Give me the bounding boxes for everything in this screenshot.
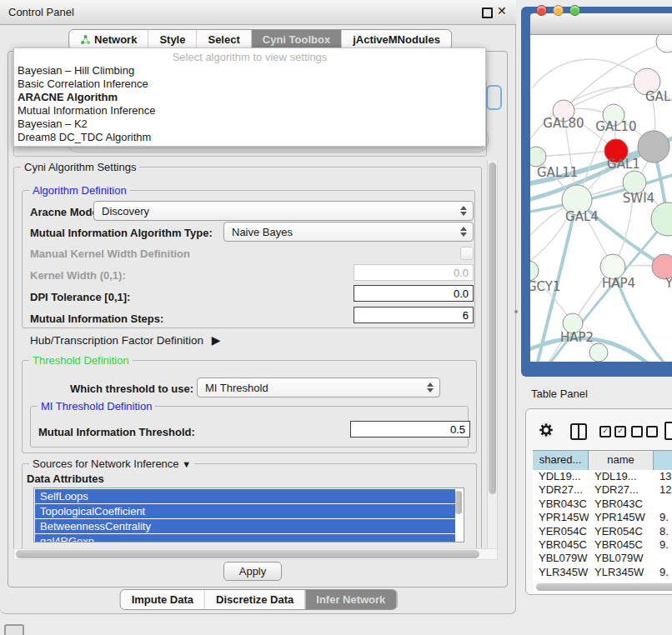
- mi-threshold-definition-title: MI Threshold Definition: [38, 400, 155, 412]
- cell[interactable]: YER054C: [589, 525, 654, 538]
- new-table-icon[interactable]: [664, 422, 672, 440]
- network-node-gal11[interactable]: [530, 147, 546, 167]
- settings-horizontal-scrollbar-thumb[interactable]: [16, 550, 479, 558]
- tab-infer-network[interactable]: Infer Network: [304, 590, 396, 609]
- cell[interactable]: 13: [654, 470, 671, 483]
- dropdown-option[interactable]: Mutual Information Inference: [18, 104, 155, 117]
- settings-vertical-scrollbar-thumb[interactable]: [489, 162, 496, 494]
- which-threshold-combobox[interactable]: MI Threshold: [197, 378, 440, 398]
- cell[interactable]: YDL19...: [589, 470, 654, 483]
- partial-toolbar-button[interactable]: [4, 624, 24, 635]
- data-attributes-list[interactable]: SelfLoops TopologicalCoefficient Between…: [33, 488, 464, 542]
- network-canvas[interactable]: GAL GAL80 GAL10 GAL1 GAL11 SWI4 GAL4 GCY…: [530, 35, 672, 362]
- mi-algorithm-type-combobox[interactable]: Naive Bayes: [223, 222, 474, 242]
- mi-algorithm-type-value: Naive Bayes: [224, 226, 456, 238]
- table-row[interactable]: YDR27...YDR27...12: [533, 483, 672, 497]
- network-icon: [80, 34, 91, 48]
- table-panel-title: Table Panel: [531, 388, 588, 400]
- tab-style[interactable]: Style: [148, 30, 196, 49]
- table-row[interactable]: YBL079WYBL079W: [533, 552, 672, 565]
- cell[interactable]: YER054C: [533, 525, 589, 538]
- tab-select-label: Select: [208, 33, 239, 46]
- tab-network[interactable]: Network: [69, 30, 148, 49]
- minimize-traffic-light[interactable]: [553, 5, 564, 16]
- tab-discretize-data[interactable]: Discretize Data: [204, 590, 304, 609]
- table-horizontal-scrollbar-thumb[interactable]: [536, 583, 672, 591]
- tab-select[interactable]: Select: [196, 30, 250, 49]
- cell[interactable]: [654, 552, 659, 565]
- column-header-name[interactable]: name: [589, 451, 654, 470]
- deselect-all-columns-icon[interactable]: [631, 426, 661, 438]
- tab-jactivemnodules[interactable]: jActiveMNodules: [341, 30, 451, 49]
- tab-cyni-toolbox[interactable]: Cyni Toolbox: [251, 30, 341, 49]
- mi-threshold-field[interactable]: [350, 421, 470, 438]
- dropdown-option[interactable]: Bayesian – K2: [18, 118, 88, 130]
- collapse-down-arrow-icon[interactable]: ▼: [182, 459, 191, 469]
- table-header: shared... name: [533, 450, 672, 471]
- apply-button[interactable]: Apply: [223, 562, 282, 581]
- cell[interactable]: YBR043C: [589, 498, 654, 511]
- network-node-swi4[interactable]: [651, 202, 672, 236]
- dropdown-option[interactable]: Dream8 DC_TDC Algorithm: [18, 131, 151, 143]
- cell[interactable]: 12: [654, 483, 671, 497]
- tab-impute-data[interactable]: Impute Data: [121, 590, 204, 609]
- cell[interactable]: YLR345W: [533, 566, 589, 579]
- cell[interactable]: YBR045C: [589, 538, 654, 552]
- cell[interactable]: 8.: [654, 525, 669, 538]
- gear-icon[interactable]: [539, 422, 554, 441]
- network-window-titlebar[interactable]: [530, 13, 672, 35]
- focused-button-fragment[interactable]: [486, 85, 502, 110]
- algorithm-dropdown-popup: Select algorithm to view settings Bayesi…: [13, 48, 486, 147]
- column-header-partial[interactable]: [654, 451, 672, 470]
- cell[interactable]: YDR27...: [533, 483, 589, 497]
- cell[interactable]: YPR145W: [589, 511, 654, 524]
- aracne-mode-combobox[interactable]: Discovery: [93, 201, 474, 221]
- sources-title: Sources for Network Inference ▼: [29, 458, 194, 470]
- select-all-columns-icon[interactable]: ✓✓: [599, 426, 629, 438]
- float-window-icon[interactable]: [482, 8, 493, 18]
- table-row[interactable]: YPR145WYPR145W9.: [533, 511, 672, 524]
- cell[interactable]: 9.: [654, 538, 669, 552]
- cell[interactable]: [654, 498, 659, 511]
- checked-box-icon: ✓: [614, 426, 626, 438]
- combobox-arrows-icon: [423, 382, 439, 392]
- network-node[interactable]: [589, 343, 608, 362]
- list-item[interactable]: TopologicalCoefficient: [35, 504, 455, 518]
- dropdown-option-selected[interactable]: ARACNE Algorithm: [18, 91, 118, 103]
- aracne-mode-label: Aracne Mode:: [30, 206, 102, 218]
- table-row[interactable]: YER054CYER054C8.: [533, 525, 672, 538]
- list-item[interactable]: BetweennessCentrality: [35, 519, 455, 533]
- table-row[interactable]: YLR345WYLR345W9.: [533, 566, 672, 579]
- table-row[interactable]: YBR045CYBR045C9.: [533, 538, 672, 552]
- cell[interactable]: 9.: [654, 511, 669, 524]
- dpi-tolerance-field[interactable]: [354, 285, 474, 302]
- panel-resize-handle[interactable]: [514, 310, 518, 313]
- zoom-traffic-light[interactable]: [569, 5, 580, 16]
- cell[interactable]: YPR145W: [533, 511, 589, 524]
- list-item[interactable]: gal4RGexp: [35, 534, 455, 542]
- column-header-shared-name[interactable]: shared...: [533, 451, 589, 470]
- cell[interactable]: YBR045C: [533, 538, 589, 552]
- close-traffic-light[interactable]: [536, 5, 547, 16]
- table-row[interactable]: YBR043CYBR043C: [533, 498, 672, 511]
- close-icon[interactable]: ✕: [497, 4, 507, 18]
- network-node-gray[interactable]: [638, 131, 669, 162]
- mi-steps-field[interactable]: [354, 307, 474, 323]
- network-node-gcy1[interactable]: [530, 261, 539, 281]
- cell[interactable]: YBL079W: [533, 552, 589, 565]
- cell[interactable]: YDR27...: [589, 483, 654, 497]
- cell[interactable]: 9.: [654, 566, 669, 579]
- table-row[interactable]: YDL19...YDL19...13: [533, 470, 672, 483]
- list-scrollbar[interactable]: [455, 491, 462, 514]
- dropdown-option[interactable]: Basic Correlation Inference: [18, 78, 148, 90]
- list-item[interactable]: SelfLoops: [35, 489, 455, 503]
- dropdown-option[interactable]: Bayesian – Hill Climbing: [18, 64, 134, 77]
- cell[interactable]: YBL079W: [589, 552, 654, 565]
- mi-steps-label: Mutual Information Steps:: [30, 312, 163, 325]
- cell[interactable]: YDL19...: [533, 470, 589, 483]
- column-manager-icon[interactable]: [570, 423, 587, 440]
- network-node[interactable]: [656, 35, 672, 52]
- cell[interactable]: YBR043C: [533, 498, 589, 511]
- cell[interactable]: YLR345W: [589, 566, 654, 579]
- hub-definition-expander[interactable]: Hub/Transcription Factor Definition ▶: [30, 333, 221, 347]
